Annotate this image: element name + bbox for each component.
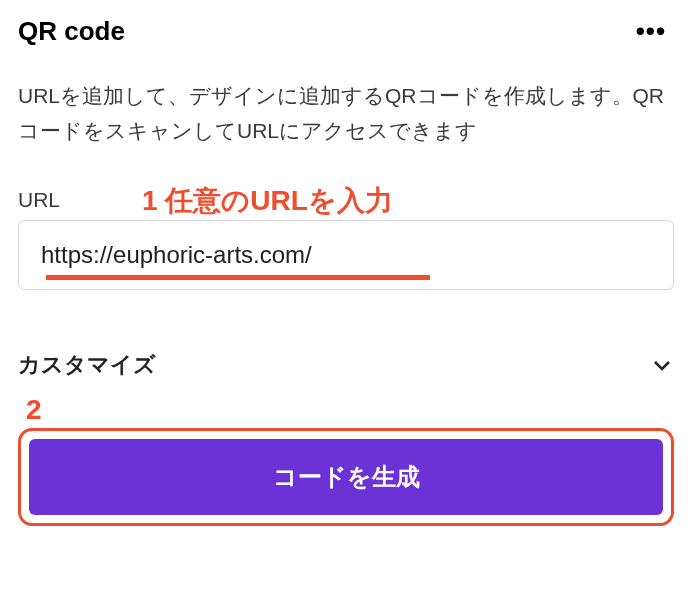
customize-label: カスタマイズ [18, 350, 156, 380]
generate-code-button[interactable]: コードを生成 [29, 439, 663, 515]
annotation-step-1: 1 任意のURLを入力 [142, 182, 393, 220]
annotation-highlight-box: コードを生成 [18, 428, 674, 526]
chevron-down-icon [650, 353, 674, 377]
annotation-step-2: 2 [26, 394, 674, 426]
customize-toggle[interactable]: カスタマイズ [18, 346, 674, 384]
panel-description: URLを追加して、デザインに追加するQRコードを作成します。QRコードをスキャン… [18, 79, 674, 148]
url-field-row: URL 1 任意のURLを入力 [18, 188, 674, 212]
url-input-wrap [18, 220, 674, 290]
url-input[interactable] [18, 220, 674, 290]
panel-header: QR code ••• [18, 12, 674, 51]
more-options-icon[interactable]: ••• [628, 12, 674, 51]
panel-title: QR code [18, 16, 125, 47]
